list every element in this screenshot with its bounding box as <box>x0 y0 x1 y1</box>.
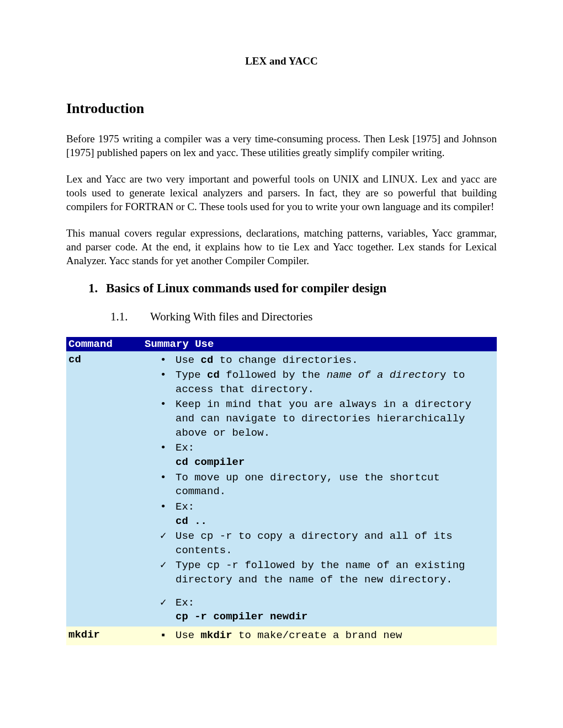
list-item: • Keep in mind that you are always in a … <box>160 398 493 441</box>
subsection-1-1-number: 1.1. <box>110 310 150 324</box>
commands-table: Command Summary Use cd • Use cd to chang… <box>66 337 497 645</box>
section-1-title: Basics of Linux commands used for compil… <box>106 281 386 295</box>
bullet-icon: • <box>160 398 172 412</box>
subsection-1-1-heading: 1.1.Working With files and Directories <box>66 310 497 324</box>
list-item: • Type cd followed by the name of a dire… <box>160 368 493 398</box>
code-example: cd compiler <box>176 456 245 468</box>
check-icon: ✓ <box>160 559 172 573</box>
cmd-usage-mkdir: ▪ Use mkdir to make/create a brand new <box>142 627 497 645</box>
check-icon: ✓ <box>160 596 172 611</box>
list-item: • Ex: cd compiler <box>160 441 493 470</box>
list-item: • Use cd to change directories. <box>160 354 493 369</box>
document-title: LEX and YACC <box>66 55 497 67</box>
list-item: • To move up one directory, use the shor… <box>160 471 493 500</box>
bullet-icon: • <box>160 354 172 368</box>
list-item: • Ex: cd .. <box>160 500 493 529</box>
usage-list-mkdir: ▪ Use mkdir to make/create a brand new <box>145 629 493 644</box>
bullet-icon: • <box>160 500 172 515</box>
list-item: ✓ Ex: cp -r compiler newdir <box>160 596 493 625</box>
list-item: ✓ Use cp -r to copy a directory and all … <box>160 529 493 559</box>
code-example: cp -r compiler newdir <box>176 611 307 623</box>
cmd-usage-cd: • Use cd to change directories. • Type c… <box>142 351 497 627</box>
usage-list-cd: • Use cd to change directories. • Type c… <box>145 354 493 626</box>
paragraph-3: This manual covers regular expressions, … <box>66 227 497 267</box>
square-bullet-icon: ▪ <box>160 629 172 643</box>
list-item: ✓ Type cp -r followed by the name of an … <box>160 559 493 588</box>
section-1-heading: 1.Basics of Linux commands used for comp… <box>66 281 497 296</box>
code-example: cd .. <box>176 515 207 527</box>
bullet-icon: • <box>160 368 172 383</box>
paragraph-1: Before 1975 writing a compiler was a ver… <box>66 132 497 159</box>
list-item: ▪ Use mkdir to make/create a brand new <box>160 629 493 644</box>
bullet-icon: • <box>160 471 172 485</box>
table-row-cd: cd • Use cd to change directories. • Typ… <box>66 351 497 627</box>
header-summary: Summary Use <box>142 337 497 351</box>
section-1-number: 1. <box>88 281 106 296</box>
heading-introduction: Introduction <box>66 100 497 117</box>
cmd-name-cd: cd <box>66 351 142 627</box>
table-row-mkdir: mkdir ▪ Use mkdir to make/create a brand… <box>66 627 497 645</box>
subsection-1-1-title: Working With files and Directories <box>150 310 313 323</box>
header-command: Command <box>66 337 142 351</box>
check-icon: ✓ <box>160 529 172 544</box>
bullet-icon: • <box>160 441 172 456</box>
cmd-name-mkdir: mkdir <box>66 627 142 645</box>
table-header-row: Command Summary Use <box>66 337 497 351</box>
paragraph-2: Lex and Yacc are two very important and … <box>66 173 497 213</box>
